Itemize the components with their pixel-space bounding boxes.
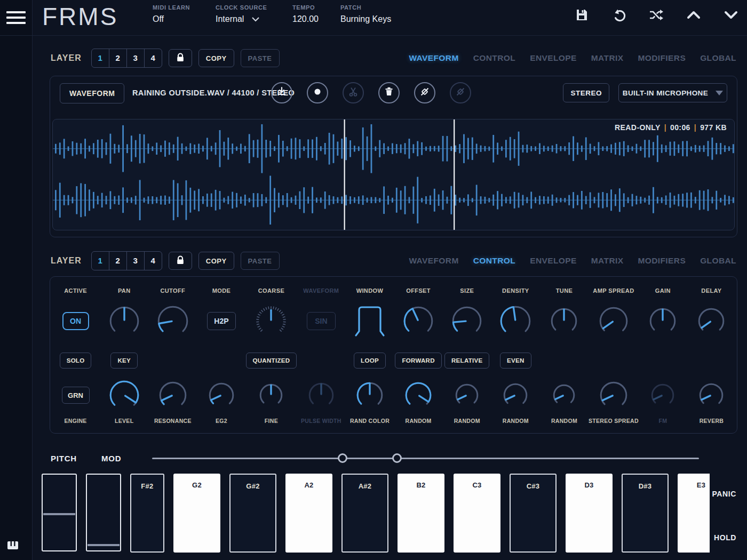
- layer-2-button[interactable]: 2: [109, 49, 127, 67]
- import-sample-button[interactable]: [271, 82, 292, 103]
- cut-button[interactable]: [343, 82, 364, 103]
- stereo-spread-knob[interactable]: [599, 381, 628, 410]
- midi-learn-field[interactable]: MIDI LEARN Off: [153, 4, 190, 24]
- tab-matrix[interactable]: MATRIX: [591, 256, 624, 266]
- tab-matrix[interactable]: MATRIX: [591, 53, 624, 63]
- tab-global[interactable]: GLOBAL: [700, 256, 736, 266]
- pulse-width-knob[interactable]: [308, 382, 335, 409]
- fm-knob[interactable]: [650, 383, 675, 407]
- tab-envelope[interactable]: ENVELOPE: [530, 256, 577, 266]
- slider-handle-2[interactable]: [392, 453, 402, 463]
- delete-button[interactable]: [378, 82, 400, 103]
- key-b2[interactable]: B2: [398, 474, 444, 553]
- key-d3[interactable]: D3: [566, 474, 613, 553]
- tab-modifiers[interactable]: MODIFIERS: [638, 256, 686, 266]
- slider-handle-1[interactable]: [338, 453, 347, 463]
- lock-button[interactable]: [169, 49, 192, 67]
- density-knob[interactable]: [499, 305, 531, 337]
- lock-button[interactable]: [169, 252, 192, 270]
- active-toggle[interactable]: ON: [62, 312, 89, 330]
- layer-3-button[interactable]: 3: [127, 252, 145, 270]
- tab-waveform[interactable]: WAVEFORM: [409, 256, 458, 266]
- tempo-field[interactable]: TEMPO 120.00: [292, 4, 319, 24]
- random-4-knob[interactable]: [552, 383, 576, 407]
- key-button[interactable]: KEY: [110, 353, 138, 369]
- tab-control[interactable]: CONTROL: [473, 256, 515, 266]
- amp-spread-knob[interactable]: [599, 306, 629, 336]
- key-ds3[interactable]: D#3: [622, 474, 669, 553]
- tab-waveform[interactable]: WAVEFORM: [409, 53, 458, 63]
- layer-1-button[interactable]: 1: [92, 49, 109, 67]
- nav-up-button[interactable]: [686, 9, 701, 23]
- edit-lock-button[interactable]: [414, 82, 435, 103]
- hold-button[interactable]: HOLD: [704, 533, 736, 542]
- slider-track[interactable]: [152, 458, 699, 459]
- level-knob[interactable]: [109, 380, 140, 411]
- key-a2[interactable]: A2: [285, 474, 332, 553]
- panic-button[interactable]: PANIC: [704, 490, 736, 498]
- eg2-knob[interactable]: [208, 382, 235, 409]
- record-button[interactable]: [307, 82, 328, 103]
- key-cs3[interactable]: C#3: [510, 474, 557, 553]
- window-shape-control[interactable]: [354, 303, 385, 339]
- paste-button[interactable]: PASTE: [241, 49, 280, 67]
- menu-button[interactable]: [0, 0, 32, 36]
- layer-3-button[interactable]: 3: [127, 49, 145, 67]
- sample-source-button[interactable]: WAVEFORM: [60, 83, 124, 103]
- layer-1-button[interactable]: 1: [92, 252, 109, 270]
- loop-button[interactable]: LOOP: [354, 353, 386, 369]
- layer-2-button[interactable]: 2: [109, 252, 127, 270]
- pitch-wheel[interactable]: [42, 474, 77, 551]
- reverb-knob[interactable]: [698, 382, 724, 408]
- tab-envelope[interactable]: ENVELOPE: [530, 53, 577, 63]
- input-device-select[interactable]: BUILT-IN MICROPHONE: [618, 83, 727, 102]
- solo-button[interactable]: SOLO: [60, 353, 92, 369]
- patch-field[interactable]: PATCH Burning Keys: [340, 4, 391, 24]
- tab-modifiers[interactable]: MODIFIERS: [638, 53, 686, 63]
- layer-4-button[interactable]: 4: [145, 49, 162, 67]
- tab-control[interactable]: CONTROL: [473, 53, 515, 63]
- h2p-button[interactable]: H2P: [207, 312, 236, 330]
- forward-button[interactable]: FORWARD: [395, 353, 441, 369]
- keyboard-range-slider[interactable]: [152, 450, 699, 467]
- waveform-display[interactable]: READ-ONLY|00:06|977 KB: [52, 119, 735, 230]
- rand-color-knob[interactable]: [356, 381, 384, 409]
- tab-global[interactable]: GLOBAL: [700, 53, 736, 63]
- nav-down-button[interactable]: [724, 9, 738, 23]
- key-fs2[interactable]: F#2: [130, 474, 164, 553]
- relative-button[interactable]: RELATIVE: [444, 353, 489, 369]
- copy-button[interactable]: COPY: [198, 49, 234, 67]
- randomize-button[interactable]: [649, 9, 664, 23]
- save-button[interactable]: [574, 9, 589, 23]
- channel-mode-button[interactable]: STEREO: [563, 83, 609, 102]
- undo-button[interactable]: [611, 9, 626, 23]
- delay-knob[interactable]: [697, 307, 725, 335]
- mini-keyboard-button[interactable]: [7, 541, 18, 551]
- offset-knob[interactable]: [403, 306, 434, 337]
- sin-button[interactable]: SIN: [307, 312, 336, 330]
- size-knob[interactable]: [451, 306, 482, 337]
- even-button[interactable]: EVEN: [500, 353, 531, 369]
- cutoff-knob[interactable]: [157, 305, 189, 337]
- mod-wheel[interactable]: [86, 474, 121, 551]
- key-as2[interactable]: A#2: [341, 474, 388, 553]
- key-gs2[interactable]: G#2: [229, 474, 276, 553]
- key-c3[interactable]: C3: [454, 474, 500, 553]
- clock-source-field[interactable]: CLOCK SOURCE Internal: [216, 4, 267, 24]
- random-3-knob[interactable]: [503, 382, 528, 408]
- pan-knob[interactable]: [109, 306, 140, 337]
- fine-knob[interactable]: [259, 383, 283, 407]
- gain-knob[interactable]: [649, 307, 677, 335]
- paste-button[interactable]: PASTE: [241, 252, 280, 270]
- coarse-knob[interactable]: [255, 305, 288, 338]
- edit-lock-button[interactable]: [450, 82, 471, 103]
- playhead-marker[interactable]: [454, 119, 455, 230]
- layer-4-button[interactable]: 4: [145, 252, 162, 270]
- random-2-knob[interactable]: [455, 383, 479, 407]
- quantized-button[interactable]: QUANTIZED: [246, 353, 297, 369]
- tune-knob[interactable]: [550, 307, 578, 335]
- playhead-marker[interactable]: [344, 119, 345, 230]
- random-1-knob[interactable]: [404, 381, 432, 409]
- key-g2[interactable]: G2: [173, 474, 220, 553]
- resonance-knob[interactable]: [158, 381, 187, 410]
